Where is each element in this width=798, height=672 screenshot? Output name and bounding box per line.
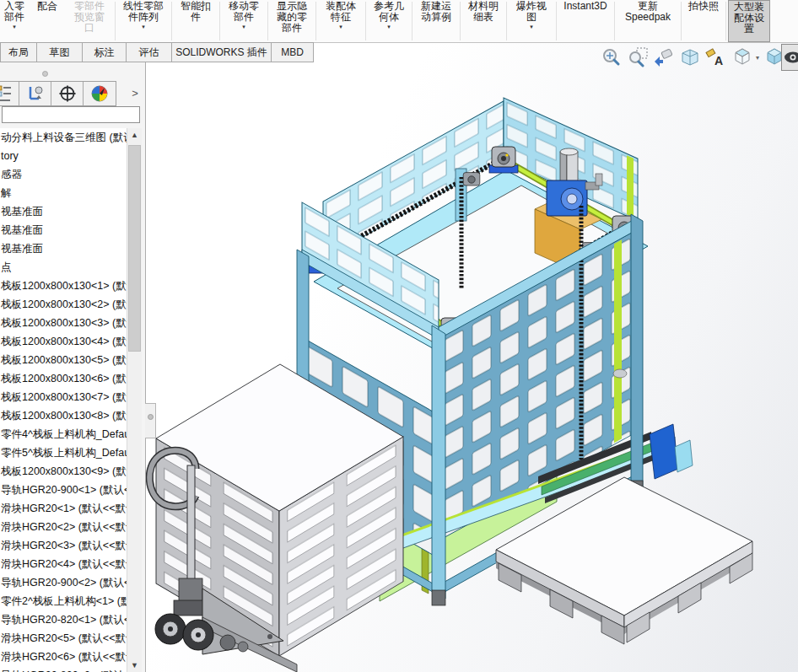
tree-item[interactable]: 栈板1200x800x130<4> (默认 — [0, 332, 127, 351]
tree-item[interactable]: 导轨HGR20-820<2> (默认 — [0, 666, 127, 672]
tree-item[interactable]: 动分料上料设备三维图 (默认< — [0, 128, 127, 147]
tree-item[interactable]: 栈板1200x800x130<9> (默认 — [0, 462, 127, 481]
panel-expand-arrow[interactable]: > — [127, 81, 143, 105]
tree-item[interactable]: 栈板1200x800x130<1> (默认 — [0, 277, 127, 295]
tab-mbd[interactable]: MBD — [272, 42, 314, 62]
display-manager-tab[interactable] — [84, 82, 116, 105]
configuration-manager-tab[interactable] — [51, 82, 84, 105]
tree-item[interactable]: 零件5^栈板上料机构_Default — [0, 444, 127, 462]
tree-item[interactable]: 栈板1200x800x130<7> (默认 — [0, 388, 127, 406]
tree-item[interactable]: 感器 — [0, 165, 127, 184]
command-tabs: 布局草图标注评估SOLIDWORKS 插件MBD — [0, 42, 314, 62]
tree-item[interactable]: 导轨HGR20-900<1> (默认< — [0, 481, 127, 499]
panel-splitter-dot[interactable] — [42, 71, 48, 77]
scroll-down-arrow[interactable]: ▼ — [127, 659, 142, 672]
tab-evaluate[interactable]: 评估 — [127, 42, 172, 62]
tree-item[interactable]: 栈板1200x800x130<2> (默认 — [0, 295, 127, 314]
tree-item[interactable]: 滑块HGR20<1> (默认<<默认 — [0, 499, 127, 518]
zoom-to-area-icon[interactable] — [627, 46, 649, 68]
tree-item[interactable]: 视基准面 — [0, 221, 127, 239]
view-orientation-icon[interactable] — [731, 46, 753, 68]
tree-item[interactable]: 栈板1200x800x130<3> (默认 — [0, 314, 127, 332]
panel-tab-strip — [0, 81, 116, 106]
tree-filter-input[interactable] — [2, 106, 140, 123]
section-view-icon[interactable] — [679, 46, 701, 68]
tree-item[interactable]: 滑块HGR20<5> (默认<<默认 — [0, 629, 127, 648]
tree-item[interactable]: 栈板1200x800x130<8> (默认 — [0, 406, 127, 425]
tree-item[interactable]: 栈板1200x800x130<5> (默认 — [0, 351, 127, 369]
svg-text:A: A — [714, 54, 723, 67]
tree-item[interactable]: 导轨HGR20-820<1> (默认< — [0, 610, 127, 629]
annotation-views-icon[interactable]: A — [705, 46, 727, 68]
tree-sc비rollbar[interactable]: ▲ ▼ — [127, 128, 142, 672]
tree-item[interactable]: 滑块HGR20<3> (默认<<默认 — [0, 536, 127, 555]
previous-view-icon[interactable] — [653, 46, 675, 68]
tree-item[interactable]: 滑块HGR20<2> (默认<<默认 — [0, 518, 127, 536]
zoom-to-fit-icon[interactable] — [601, 46, 623, 68]
tree-item[interactable]: 零件4^栈板上料机构_Default — [0, 425, 127, 444]
tree-item[interactable]: 栈板1200x800x130<6> (默认 — [0, 369, 127, 388]
scrollbar-thumb[interactable] — [128, 145, 141, 352]
tab-layout[interactable]: 布局 — [0, 42, 37, 62]
scroll-up-arrow[interactable]: ▲ — [127, 128, 142, 142]
feature-tree: 动分料上料设备三维图 (默认<tory感器解视基准面视基准面视基准面点栈板120… — [0, 128, 127, 672]
view-orientation-caret[interactable]: ▾ — [756, 54, 759, 62]
headsup-view-toolbar: A ▾ ▾ — [601, 46, 791, 68]
tree-item[interactable]: 视基准面 — [0, 239, 127, 258]
tree-item[interactable]: tory — [0, 147, 127, 165]
tree-item[interactable]: 滑块HGR20<4> (默认<<默认 — [0, 555, 127, 573]
tree-item[interactable]: 滑块HGR20<6> (默认<<默认 — [0, 648, 127, 666]
panel-collapse-handle[interactable] — [145, 403, 156, 438]
tree-item[interactable]: 解 — [0, 184, 127, 202]
tree-item[interactable]: 点 — [0, 258, 127, 277]
tab-solidworks-addins[interactable]: SOLIDWORKS 插件 — [172, 42, 272, 62]
tree-item[interactable]: 视基准面 — [0, 202, 127, 221]
tab-annotation[interactable]: 标注 — [83, 42, 127, 62]
tab-sketch[interactable]: 草图 — [37, 42, 83, 62]
feature-manager-tree-tab[interactable] — [0, 82, 19, 105]
hide-show-items-button[interactable] — [781, 44, 798, 71]
property-manager-tab[interactable] — [19, 82, 51, 105]
feature-manager-panel: > 动分料上料设备三维图 (默认<tory感器解视基准面视基准面视基准面点栈板1… — [0, 62, 146, 672]
tree-item[interactable]: 零件2^栈板上料机构<1> (默 — [0, 592, 127, 610]
tree-item[interactable]: 导轨HGR20-900<2> (默认< — [0, 573, 127, 592]
